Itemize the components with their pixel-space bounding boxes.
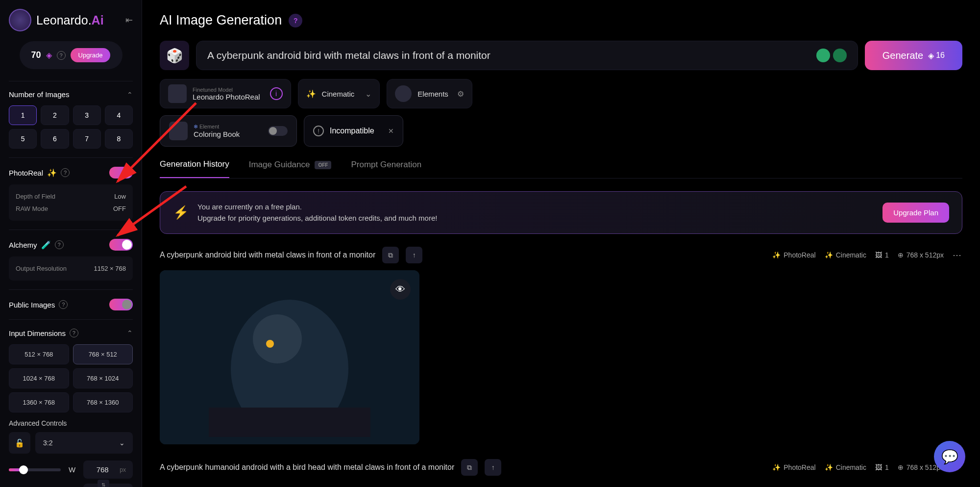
- raw-label: RAW Mode: [16, 205, 48, 212]
- credit-amount: 70: [31, 50, 41, 60]
- style-select[interactable]: ✨ Cinematic ⌄: [298, 79, 380, 108]
- width-slider[interactable]: [9, 468, 61, 471]
- section-num-images: Number of Images ⌃ 12345678: [9, 81, 133, 157]
- chevron-up-icon[interactable]: ⌃: [127, 91, 133, 99]
- prompt-input[interactable]: A cyberpunk android bird with metal claw…: [196, 41, 858, 70]
- width-input[interactable]: 768px: [83, 461, 133, 479]
- tabs: Generation History Image GuidanceOFF Pro…: [160, 159, 962, 179]
- prompt-text: A cyberpunk android bird with metal claw…: [207, 50, 816, 61]
- more-options-button[interactable]: ⋯: [953, 250, 962, 260]
- generation-item: A cyberpunk humanoid android with a bird…: [160, 459, 962, 476]
- element-toggle[interactable]: [268, 126, 288, 136]
- warning-icon: !: [313, 126, 324, 136]
- width-label: W: [68, 465, 76, 474]
- copy-prompt-button[interactable]: ⧉: [382, 247, 399, 263]
- num-images-1[interactable]: 1: [9, 105, 37, 125]
- page-title: AI Image Generation: [160, 13, 282, 28]
- photoreal-settings: Depth of FieldLow RAW ModeOFF: [9, 184, 133, 221]
- alchemy-toggle[interactable]: [109, 239, 133, 251]
- tab-guidance[interactable]: Image GuidanceOFF: [249, 159, 332, 178]
- section-alchemy: Alchemy 🧪 ? Output Resolution1152 × 768: [9, 230, 133, 289]
- photoreal-toggle[interactable]: [109, 167, 133, 179]
- element-chip: ❄ Element Coloring Book: [160, 115, 297, 147]
- photoreal-help-icon[interactable]: ?: [61, 168, 70, 177]
- photoreal-title: PhotoReal: [9, 169, 43, 177]
- swap-wh-button[interactable]: ⇅: [98, 480, 109, 487]
- logo-row: Leonardo.Ai ⇤: [9, 9, 133, 31]
- public-toggle[interactable]: [109, 299, 133, 310]
- model-info-icon[interactable]: i: [270, 87, 283, 100]
- bolt-icon: ⚡: [173, 205, 189, 220]
- generation-item: A cyberpunk android bird with metal claw…: [160, 247, 962, 444]
- meta-count: 🖼1: [875, 251, 889, 259]
- generate-button[interactable]: Generate ◈16: [865, 41, 962, 70]
- token-icon: ◈: [928, 51, 934, 60]
- chevron-up-icon[interactable]: ⌃: [127, 329, 133, 337]
- sidebar: Leonardo.Ai ⇤ 70 ◈ ? Upgrade Number of I…: [0, 0, 142, 487]
- tab-history[interactable]: Generation History: [160, 159, 229, 178]
- badge-icon: [816, 49, 830, 62]
- dimension-option[interactable]: 768 × 1360: [73, 392, 133, 412]
- logo-avatar: [9, 9, 31, 31]
- meta-style: ✨Cinematic: [825, 251, 866, 259]
- view-image-button[interactable]: 👁: [390, 279, 411, 300]
- alchemy-help-icon[interactable]: ?: [55, 240, 64, 249]
- public-help-icon[interactable]: ?: [59, 300, 68, 309]
- num-images-3[interactable]: 3: [73, 105, 101, 125]
- num-images-title: Number of Images: [9, 90, 69, 99]
- lock-aspect-button[interactable]: 🔓: [9, 432, 30, 454]
- reuse-prompt-button[interactable]: ↑: [406, 247, 422, 263]
- public-title: Public Images: [9, 301, 55, 309]
- reuse-prompt-button[interactable]: ↑: [485, 459, 501, 476]
- generated-image[interactable]: 👁: [160, 270, 419, 444]
- credits-help-icon[interactable]: ?: [57, 51, 66, 60]
- svg-point-3: [266, 340, 274, 348]
- copy-prompt-button[interactable]: ⧉: [461, 459, 478, 476]
- tab-prompt-gen[interactable]: Prompt Generation: [351, 159, 421, 178]
- generation-prompt: A cyberpunk android bird with metal claw…: [160, 251, 375, 259]
- page-help-icon[interactable]: ?: [289, 14, 302, 27]
- depth-label: Depth of Field: [16, 193, 55, 200]
- close-icon[interactable]: ✕: [388, 127, 394, 135]
- sparkle-icon: ✨: [306, 89, 316, 99]
- dims-title: Input Dimensions: [9, 329, 66, 337]
- depth-value[interactable]: Low: [114, 193, 126, 200]
- meta-model: ✨PhotoReal: [772, 463, 815, 471]
- model-select[interactable]: Finetuned Model Leonardo PhotoReal i: [160, 79, 291, 108]
- elements-button[interactable]: Elements ⚙: [387, 79, 472, 108]
- chat-fab[interactable]: 💬: [934, 441, 965, 472]
- resolution-label: Output Resolution: [16, 265, 67, 272]
- section-public: Public Images ?: [9, 289, 133, 319]
- meta-style: ✨Cinematic: [825, 463, 866, 471]
- dimension-option[interactable]: 768 × 1024: [73, 368, 133, 388]
- token-icon: ◈: [46, 51, 52, 60]
- sparkle-icon: ✨: [47, 168, 57, 178]
- meta-count: 🖼1: [875, 463, 889, 471]
- potion-icon: 🧪: [41, 240, 51, 250]
- dims-help-icon[interactable]: ?: [70, 329, 78, 337]
- num-images-8[interactable]: 8: [105, 129, 133, 149]
- alchemy-settings: Output Resolution1152 × 768: [9, 256, 133, 281]
- chevron-down-icon: ⌄: [365, 89, 371, 99]
- num-images-2[interactable]: 2: [41, 105, 69, 125]
- gear-icon: ⚙: [457, 89, 464, 99]
- dimension-option[interactable]: 1360 × 768: [9, 392, 69, 412]
- dimension-option[interactable]: 768 × 512: [73, 344, 133, 364]
- dimension-option[interactable]: 1024 × 768: [9, 368, 69, 388]
- incompatible-warning: ! Incompatible ✕: [304, 115, 403, 147]
- num-images-7[interactable]: 7: [73, 129, 101, 149]
- random-prompt-button[interactable]: 🎲: [160, 41, 189, 70]
- badge-icon: [833, 49, 847, 62]
- aspect-ratio-select[interactable]: 3:2 ⌄: [35, 432, 133, 454]
- collapse-sidebar-icon[interactable]: ⇤: [125, 15, 133, 26]
- advanced-title: Advanced Controls: [9, 419, 133, 427]
- meta-model: ✨PhotoReal: [772, 251, 815, 259]
- num-images-6[interactable]: 6: [41, 129, 69, 149]
- num-images-4[interactable]: 4: [105, 105, 133, 125]
- num-images-5[interactable]: 5: [9, 129, 37, 149]
- meta-dims: ⊕768 x 512px: [898, 251, 944, 259]
- upgrade-plan-button[interactable]: Upgrade Plan: [882, 203, 949, 223]
- dimension-option[interactable]: 512 × 768: [9, 344, 69, 364]
- raw-value[interactable]: OFF: [113, 205, 126, 212]
- upgrade-button[interactable]: Upgrade: [71, 48, 111, 62]
